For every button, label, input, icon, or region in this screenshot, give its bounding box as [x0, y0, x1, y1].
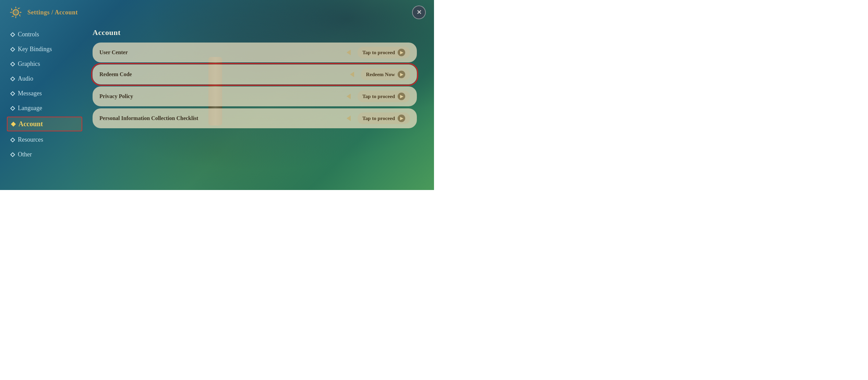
close-button[interactable]: ✕: [412, 5, 426, 19]
row-action[interactable]: Tap to proceed▶: [358, 47, 410, 58]
action-circle-icon: ▶: [398, 49, 405, 56]
row-label: User Center: [99, 49, 347, 56]
row-action[interactable]: Redeem Now▶: [361, 69, 410, 80]
diamond-icon: [10, 76, 15, 81]
row-action-label: Redeem Now: [366, 72, 395, 78]
row-action[interactable]: Tap to proceed▶: [358, 112, 410, 124]
gear-icon: [8, 5, 23, 20]
breadcrumb: Settings / Account: [27, 9, 78, 16]
diamond-icon: [10, 152, 15, 157]
arrow-decoration: [347, 116, 351, 121]
sidebar-item-key-bindings[interactable]: Key Bindings: [7, 43, 82, 56]
sidebar-item-language[interactable]: Language: [7, 102, 82, 115]
settings-row-redeem-code[interactable]: Redeem CodeRedeem Now▶: [93, 64, 417, 84]
settings-panel: Settings / Account ✕ ControlsKey Binding…: [0, 0, 434, 190]
diamond-icon: [10, 106, 15, 110]
diamond-icon: [10, 91, 15, 96]
sidebar-item-other[interactable]: Other: [7, 148, 82, 161]
row-action-label: Tap to proceed: [362, 116, 395, 121]
sidebar-item-resources[interactable]: Resources: [7, 133, 82, 146]
sidebar-item-audio[interactable]: Audio: [7, 72, 82, 85]
sidebar-item-label: Controls: [18, 31, 39, 38]
sidebar-item-controls[interactable]: Controls: [7, 28, 82, 41]
content-title: Account: [93, 28, 417, 37]
sidebar-item-account[interactable]: Account: [7, 117, 82, 131]
sidebar-item-label: Audio: [18, 75, 33, 82]
settings-row-privacy-policy[interactable]: Privacy PolicyTap to proceed▶: [93, 86, 417, 106]
sidebar-item-messages[interactable]: Messages: [7, 87, 82, 100]
arrow-decoration: [347, 94, 351, 99]
arrow-left-icon: [347, 116, 351, 121]
arrow-left-icon: [347, 94, 351, 99]
action-circle-icon: ▶: [398, 71, 405, 78]
arrow-left-icon: [347, 50, 351, 55]
row-action[interactable]: Tap to proceed▶: [358, 91, 410, 102]
diamond-icon: [10, 61, 15, 66]
action-circle-icon: ▶: [398, 115, 405, 122]
sidebar-item-label: Key Bindings: [18, 46, 52, 53]
sidebar-item-graphics[interactable]: Graphics: [7, 58, 82, 70]
row-action-label: Tap to proceed: [362, 94, 395, 99]
sidebar: ControlsKey BindingsGraphicsAudioMessage…: [7, 25, 82, 183]
settings-row-personal-info[interactable]: Personal Information Collection Checklis…: [93, 108, 417, 128]
row-action-label: Tap to proceed: [362, 50, 395, 56]
arrow-decoration: [347, 50, 351, 55]
header: Settings / Account ✕: [0, 0, 434, 25]
settings-rows: User CenterTap to proceed▶Redeem CodeRed…: [93, 43, 417, 128]
diamond-icon: [10, 32, 15, 37]
diamond-icon: [10, 47, 15, 51]
row-label: Privacy Policy: [99, 93, 347, 99]
sidebar-item-label: Messages: [18, 90, 42, 97]
arrow-decoration: [350, 72, 354, 77]
arrow-left-icon: [350, 72, 354, 77]
sidebar-item-label: Graphics: [18, 60, 40, 68]
content-area: Account User CenterTap to proceed▶Redeem…: [82, 25, 427, 183]
row-label: Personal Information Collection Checklis…: [99, 115, 347, 121]
sidebar-item-label: Language: [18, 105, 42, 112]
svg-point-1: [14, 10, 18, 14]
settings-row-user-center[interactable]: User CenterTap to proceed▶: [93, 43, 417, 62]
diamond-icon: [10, 137, 15, 142]
row-label: Redeem Code: [99, 71, 350, 78]
sidebar-item-label: Other: [18, 151, 32, 158]
diamond-icon: [11, 121, 16, 126]
main-content: ControlsKey BindingsGraphicsAudioMessage…: [0, 25, 434, 190]
action-circle-icon: ▶: [398, 93, 405, 100]
sidebar-item-label: Account: [19, 120, 43, 128]
sidebar-item-label: Resources: [18, 136, 43, 143]
